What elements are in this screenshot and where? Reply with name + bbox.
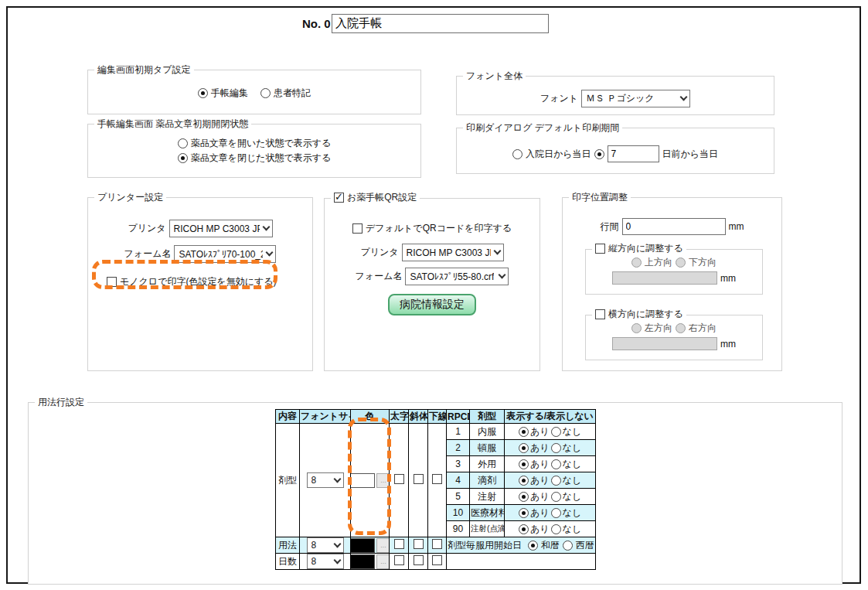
- display-yes-radio[interactable]: [519, 492, 529, 502]
- font-label: フォント: [540, 92, 578, 105]
- qr-default-print-checkbox[interactable]: [352, 223, 363, 234]
- dosage-font-size-select[interactable]: 8: [307, 472, 344, 488]
- font-select[interactable]: ＭＳ Ｐゴシック: [581, 90, 690, 107]
- display-yes-radio[interactable]: [519, 508, 529, 518]
- japanese-calendar-radio[interactable]: [528, 541, 538, 551]
- right-direction-radio[interactable]: [676, 323, 686, 333]
- rpcd-value: 1: [447, 424, 470, 440]
- display-no-radio[interactable]: [551, 443, 561, 453]
- title-number-label: No. 0: [302, 17, 331, 30]
- display-yes-radio[interactable]: [519, 524, 529, 534]
- display-yes-radio[interactable]: [519, 459, 529, 469]
- printer-select[interactable]: RICOH MP C3003 JP: [169, 220, 273, 237]
- dosage-type: 頓服: [470, 440, 505, 456]
- font-group: フォント全体 フォント ＭＳ Ｐゴシック: [456, 70, 774, 115]
- doc-open-radio[interactable]: [178, 138, 188, 148]
- display-yes-radio[interactable]: [519, 443, 529, 453]
- qr-settings-label: お薬手帳QR設定: [347, 191, 417, 204]
- notebook-title-input[interactable]: [332, 14, 549, 33]
- japanese-calendar-label: 和暦: [541, 539, 560, 552]
- dosage-type: 注射: [470, 489, 505, 505]
- header-bold: 太字: [390, 410, 409, 424]
- printer-label: プリンタ: [128, 222, 165, 235]
- chevron-down-icon: [493, 247, 501, 255]
- left-direction-radio[interactable]: [631, 323, 642, 333]
- usage-italic-checkbox[interactable]: [414, 539, 424, 549]
- dosage-type: 注射(点滴): [470, 521, 505, 537]
- display-no-radio[interactable]: [551, 459, 561, 469]
- display-no-radio[interactable]: [551, 492, 561, 502]
- display-no-radio[interactable]: [551, 508, 561, 518]
- display-no-radio[interactable]: [551, 476, 561, 486]
- qr-settings-checkbox[interactable]: [334, 193, 344, 203]
- qr-form-name-select[interactable]: SATOﾚｽﾌﾟﾘ55-80.crf: [405, 268, 509, 285]
- dosage-type: 内服: [470, 424, 505, 440]
- chevron-down-icon: [499, 271, 506, 279]
- usage-font-size-select[interactable]: 8: [307, 537, 344, 553]
- dosage-underline-checkbox[interactable]: [432, 474, 442, 484]
- line-spacing-input[interactable]: [622, 218, 726, 235]
- left-direction-label: 左方向: [645, 322, 672, 335]
- table-row: 日数 8 ...: [276, 554, 596, 570]
- display-no-radio[interactable]: [551, 427, 561, 437]
- display-yes-radio[interactable]: [519, 476, 529, 486]
- doc-closed-radio[interactable]: [178, 153, 188, 163]
- display-yes-label: あり: [530, 442, 550, 455]
- western-calendar-radio[interactable]: [563, 541, 573, 551]
- open-state-legend: 手帳編集画面 薬品文章初期開閉状態: [94, 118, 251, 131]
- horizontal-adjust-checkbox[interactable]: [595, 309, 605, 319]
- usage-line-settings-legend: 用法行設定: [35, 396, 87, 409]
- header-display: 表示する/表示しない: [505, 410, 596, 424]
- rpcd-value: 3: [447, 456, 470, 472]
- days-before-input[interactable]: [608, 145, 659, 162]
- header-underline: 下線: [428, 410, 447, 424]
- display-no-label: なし: [563, 506, 582, 520]
- patient-note-radio[interactable]: [260, 88, 271, 98]
- dosage-type: 医療材料: [470, 505, 505, 521]
- dosage-bold-checkbox[interactable]: [394, 474, 404, 484]
- qr-printer-select[interactable]: RICOH MP C3003 JP: [402, 244, 504, 261]
- vertical-adjust-checkbox[interactable]: [595, 244, 605, 254]
- vertical-amount-input[interactable]: [612, 271, 717, 285]
- chevron-down-icon: [266, 249, 274, 257]
- days-color-picker-button[interactable]: ...: [376, 554, 390, 569]
- dosage-type: 外用: [470, 456, 505, 472]
- table-header-row: 内容 フォントサイズ 色 太字 斜体 下線 RPCD 剤型 表示する/表示しない: [276, 410, 596, 424]
- usage-color-swatch[interactable]: [351, 538, 376, 553]
- days-italic-checkbox[interactable]: [414, 555, 424, 565]
- vertical-adjust-group: 縦方向に調整する 上方向 下方向 mm: [585, 242, 763, 295]
- hospital-info-button[interactable]: 病院情報設定: [388, 294, 476, 315]
- usage-underline-checkbox[interactable]: [432, 539, 442, 549]
- mm-unit-label: mm: [720, 273, 736, 284]
- display-yes-label: あり: [530, 425, 550, 438]
- rpcd-value: 10: [447, 505, 470, 521]
- display-yes-label: あり: [530, 506, 550, 520]
- vertical-adjust-label: 縦方向に調整する: [608, 242, 683, 255]
- days-color-swatch[interactable]: [351, 554, 376, 569]
- days-before-radio[interactable]: [594, 149, 604, 159]
- qr-default-print-label: デフォルトでQRコードを印字する: [366, 222, 512, 235]
- header-italic: 斜体: [409, 410, 428, 424]
- dosage-italic-checkbox[interactable]: [414, 474, 424, 484]
- header-dosage-form: 剤型: [470, 410, 505, 424]
- notebook-edit-radio[interactable]: [198, 88, 208, 98]
- display-no-radio[interactable]: [551, 524, 561, 534]
- mm-unit-label: mm: [720, 339, 736, 350]
- usage-bold-checkbox[interactable]: [394, 539, 404, 549]
- days-font-size-select[interactable]: 8: [307, 554, 344, 569]
- horizontal-adjust-label: 横方向に調整する: [608, 308, 683, 321]
- down-direction-radio[interactable]: [676, 257, 686, 268]
- from-admission-label: 入院日から当日: [526, 148, 591, 161]
- days-bold-checkbox[interactable]: [394, 555, 404, 565]
- days-underline-checkbox[interactable]: [432, 555, 442, 565]
- usage-color-picker-button[interactable]: ...: [376, 538, 390, 553]
- chevron-down-icon: [333, 475, 341, 483]
- up-direction-radio[interactable]: [631, 257, 642, 268]
- display-no-label: なし: [563, 442, 582, 455]
- display-yes-radio[interactable]: [519, 427, 529, 437]
- chevron-down-icon: [333, 556, 341, 564]
- from-admission-radio[interactable]: [512, 149, 523, 159]
- line-spacing-label: 行間: [601, 220, 619, 234]
- horizontal-amount-input[interactable]: [612, 337, 717, 350]
- doc-closed-label: 薬品文章を閉じた状態で表示する: [191, 152, 332, 165]
